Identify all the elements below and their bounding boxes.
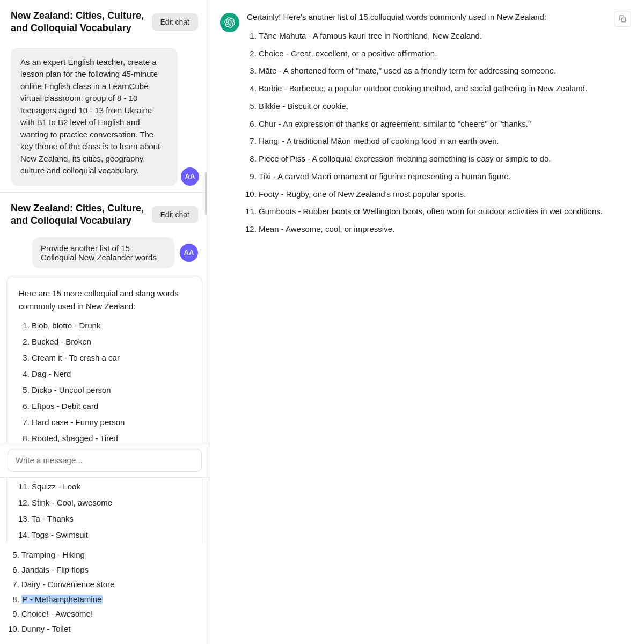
right-ai-list-item: Tiki - A carved Māori ornament or figuri… xyxy=(259,170,606,184)
ai-response-item: Eftpos - Debit card xyxy=(32,400,190,413)
bottom-list-item: Jandals - Flip flops xyxy=(21,563,199,577)
right-ai-message: Certainly! Here's another list of 15 col… xyxy=(220,11,631,240)
first-user-message-text: As an expert English teacher, create a l… xyxy=(20,57,160,175)
right-panel: Certainly! Here's another list of 15 col… xyxy=(209,0,644,644)
first-conv-title: New Zealand: Cities, Culture, and Colloq… xyxy=(11,10,152,35)
right-ai-intro: Certainly! Here's another list of 15 col… xyxy=(247,11,606,24)
right-ai-list-item: Footy - Rugby, one of New Zealand's most… xyxy=(259,188,606,201)
ai-response-item: Dicko - Uncool person xyxy=(32,384,190,397)
right-ai-list-item: Bikkie - Biscuit or cookie. xyxy=(259,100,606,113)
right-ai-list-item: Mean - Awesome, cool, or impressive. xyxy=(259,223,606,236)
second-user-bubble: Provide another list of 15 Colloquial Ne… xyxy=(32,237,174,268)
first-user-bubble: As an expert English teacher, create a l… xyxy=(11,48,178,186)
ai-response-item: Blob, blotto - Drunk xyxy=(32,319,190,332)
copy-icon xyxy=(619,15,626,23)
second-user-avatar: AA xyxy=(180,244,198,262)
ai-response-item: Hard case - Funny person xyxy=(32,416,190,429)
highlighted-item: P - Methamphetamine xyxy=(21,595,103,604)
bottom-list-item: P - Methamphetamine xyxy=(21,592,199,606)
message-input-area xyxy=(0,443,209,478)
chatgpt-svg xyxy=(224,17,235,28)
scrollbar[interactable] xyxy=(205,172,207,215)
ai-response-item: Cream it - To crash a car xyxy=(32,352,190,364)
right-ai-content: Certainly! Here's another list of 15 col… xyxy=(247,11,606,240)
second-edit-chat-button[interactable]: Edit chat xyxy=(152,206,198,223)
ai-response-item: Bucked - Broken xyxy=(32,335,190,348)
first-conv-header: New Zealand: Cities, Culture, and Colloq… xyxy=(0,0,209,42)
second-user-message-area: Provide another list of 15 Colloquial Ne… xyxy=(0,234,209,276)
copy-button[interactable] xyxy=(614,11,631,27)
ai-avatar-icon xyxy=(220,13,239,32)
right-ai-list-item: Piece of Piss - A colloquial expression … xyxy=(259,152,606,166)
first-user-message-area: As an expert English teacher, create a l… xyxy=(0,42,209,192)
ai-response-item: Squizz - Look xyxy=(32,480,190,493)
ai-response-item: Ta - Thanks xyxy=(32,513,190,525)
message-input[interactable] xyxy=(8,449,202,472)
right-ai-list-item: Choice - Great, excellent, or a positive… xyxy=(259,47,606,61)
right-ai-list-item: Chur - An expression of thanks or agreem… xyxy=(259,118,606,131)
right-ai-list-item: Barbie - Barbecue, a popular outdoor coo… xyxy=(259,82,606,96)
right-ai-list-item: Hangi - A traditional Māori method of co… xyxy=(259,135,606,148)
bottom-list-item: Tramping - Hiking xyxy=(21,548,199,562)
svg-rect-0 xyxy=(621,18,626,22)
right-ai-list-item: Tāne Mahuta - A famous kauri tree in Nor… xyxy=(259,30,606,43)
bottom-list-section: Tramping - HikingJandals - Flip flopsDai… xyxy=(0,543,209,644)
ai-response-item: Dag - Nerd xyxy=(32,368,190,380)
ai-response-item: Togs - Swimsuit xyxy=(32,529,190,541)
ai-response-item: Stink - Cool, awesome xyxy=(32,496,190,509)
ai-response-box: Here are 15 more colloquial and slang wo… xyxy=(6,276,202,556)
second-user-message-text: Provide another list of 15 Colloquial Ne… xyxy=(41,244,157,262)
left-panel: New Zealand: Cities, Culture, and Colloq… xyxy=(0,0,209,644)
ai-response-list: Blob, blotto - DrunkBucked - BrokenCream… xyxy=(19,319,190,541)
right-ai-list: Tāne Mahuta - A famous kauri tree in Nor… xyxy=(247,30,606,236)
ai-response-intro: Here are 15 more colloquial and slang wo… xyxy=(19,287,190,313)
first-edit-chat-button[interactable]: Edit chat xyxy=(152,13,198,31)
second-conv-header: New Zealand: Cities, Culture, and Colloq… xyxy=(0,193,209,234)
bottom-list-item: Dairy - Convenience store xyxy=(21,577,199,591)
right-ai-list-item: Gumboots - Rubber boots or Wellington bo… xyxy=(259,205,606,218)
right-ai-list-item: Māte - A shortened form of "mate," used … xyxy=(259,64,606,78)
first-user-avatar: AA xyxy=(181,167,199,186)
bottom-list-item: Choice! - Awesome! xyxy=(21,607,199,621)
bottom-list: Tramping - HikingJandals - Flip flopsDai… xyxy=(11,548,199,635)
bottom-list-item: Dunny - Toilet xyxy=(21,622,199,636)
second-conv-title: New Zealand: Cities, Culture, and Colloq… xyxy=(11,202,152,228)
